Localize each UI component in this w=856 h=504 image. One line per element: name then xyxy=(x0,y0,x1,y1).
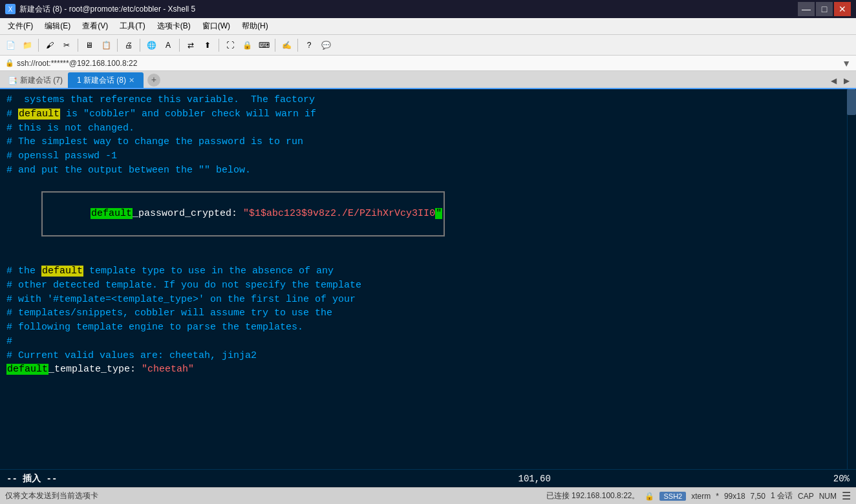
separator-3 xyxy=(117,39,118,52)
menu-window[interactable]: 窗口(W) xyxy=(197,19,235,34)
menu-help[interactable]: 帮助(H) xyxy=(237,19,273,34)
address-dropdown[interactable]: ▼ xyxy=(842,58,851,68)
toolbar-upload[interactable]: ⬆ xyxy=(200,37,215,53)
lock-status-icon: 🔒 xyxy=(645,492,654,501)
toolbar-compose[interactable]: ✍ xyxy=(279,37,294,53)
terminal-wrapper: # systems that reference this variable. … xyxy=(0,89,856,487)
insert-mode-label: -- 插入 -- xyxy=(6,473,57,485)
minimize-button[interactable]: — xyxy=(798,2,815,16)
toolbar-help[interactable]: ? xyxy=(301,37,317,53)
toolbar-font[interactable]: A xyxy=(160,37,176,53)
terminal-line-13: # following template engine to parse the… xyxy=(6,320,850,335)
title-bar: X 新建会话 (8) - root@promote:/etc/cobbler -… xyxy=(0,0,856,18)
tab-nav: ◀ ▶ xyxy=(828,75,852,87)
tab-prev-button[interactable]: ◀ xyxy=(828,75,839,87)
window-title: 新建会话 (8) - root@promote:/etc/cobbler - X… xyxy=(19,4,195,15)
toolbar-print[interactable]: 🖨 xyxy=(121,37,136,53)
caps-indicator: CAP xyxy=(798,492,814,501)
menu-icon[interactable]: ☰ xyxy=(842,490,851,502)
tab-add-button[interactable]: + xyxy=(147,74,160,87)
terminal[interactable]: # systems that reference this variable. … xyxy=(0,89,856,469)
session-tab-label[interactable]: 新建会话 (7) xyxy=(20,75,63,86)
address-bar: 🔒 ssh://root:******@192.168.100.8:22 ▼ xyxy=(0,56,856,71)
separator-1 xyxy=(38,39,39,52)
terminal-line-9: # the default template type to use in th… xyxy=(6,264,850,278)
terminal-line-11: # with '#template=<template_type>' on th… xyxy=(6,293,850,307)
separator-6 xyxy=(219,39,219,52)
connection-info: 已连接 192.168.100.8:22。 xyxy=(546,490,640,501)
separator-5 xyxy=(179,39,180,52)
terminal-line-2: # default is "cobbler" and cobbler check… xyxy=(6,107,850,121)
separator-4 xyxy=(140,39,140,52)
toolbar: 📄 📁 🖌 ✂ 🖥 📋 🖨 🌐 A ⇄ ⬆ ⛶ 🔒 ⌨ ✍ ? 💬 xyxy=(0,35,856,56)
menu-file[interactable]: 文件(F) xyxy=(3,19,38,34)
toolbar-transfer[interactable]: ⇄ xyxy=(183,37,198,53)
menu-view[interactable]: 查看(V) xyxy=(77,19,113,34)
toolbar-chat[interactable]: 💬 xyxy=(318,37,334,53)
toolbar-keyboard[interactable]: ⌨ xyxy=(256,37,272,53)
separator-2 xyxy=(78,39,78,52)
tab-session-8[interactable]: 1 新建会话 (8) ✕ xyxy=(68,72,144,88)
terminal-line-7: default_password_crypted: "$1$abc123$9v8… xyxy=(6,178,850,251)
app-icon: X xyxy=(5,4,16,14)
toolbar-fullscreen[interactable]: ⛶ xyxy=(222,37,238,53)
close-button[interactable]: ✕ xyxy=(834,2,851,16)
tab-label: 1 新建会话 (8) xyxy=(77,75,126,86)
protocol-badge: SSH2 xyxy=(659,492,686,501)
size-label: * xyxy=(716,492,719,501)
terminal-line-15: # Current valid values are: cheetah, jin… xyxy=(6,349,850,363)
scrollbar-thumb[interactable] xyxy=(847,89,856,115)
menu-edit[interactable]: 编辑(E) xyxy=(39,19,76,34)
toolbar-brush[interactable]: 🖌 xyxy=(42,37,58,53)
menu-tools[interactable]: 工具(T) xyxy=(114,19,150,34)
toolbar-copy-screen[interactable]: 🖥 xyxy=(81,37,97,53)
tab-next-button[interactable]: ▶ xyxy=(840,75,852,87)
sessions-count: 1 会话 xyxy=(771,490,793,501)
terminal-line-5: # openssl passwd -1 xyxy=(6,149,850,163)
bookmark-icon: 📑 xyxy=(8,76,17,85)
terminal-line-1: # systems that reference this variable. … xyxy=(6,93,850,107)
terminal-empty-line xyxy=(6,250,850,264)
toolbar-open[interactable]: 📁 xyxy=(19,37,35,53)
window-controls: — □ ✕ xyxy=(798,2,851,16)
separator-8 xyxy=(297,39,298,52)
terminal-size: 99x18 xyxy=(724,492,745,501)
toolbar-new[interactable]: 📄 xyxy=(3,37,18,53)
zoom-label: 7,50 xyxy=(751,492,765,501)
maximize-button[interactable]: □ xyxy=(816,2,833,16)
terminal-line-6: # and put the output between the "" belo… xyxy=(6,163,850,178)
scrollbar[interactable] xyxy=(847,89,856,469)
default-keyword-1: default xyxy=(91,208,133,219)
cursor-position: 101,60 20% xyxy=(518,474,850,484)
bottom-bar: 仅将文本发送到当前选项卡 已连接 192.168.100.8:22。 🔒 SSH… xyxy=(0,487,856,504)
bookmark-label: 📑 新建会话 (7) xyxy=(4,73,67,88)
status-bar: -- 插入 -- 101,60 20% xyxy=(0,469,856,487)
terminal-line-12: # templates/snippets, cobbler will assum… xyxy=(6,306,850,320)
term-label: xterm xyxy=(691,492,711,501)
send-text-label: 仅将文本发送到当前选项卡 xyxy=(5,490,98,501)
terminal-line-4: # The simplest way to change the passwor… xyxy=(6,135,850,149)
terminal-line-10: # other detected template. If you do not… xyxy=(6,278,850,293)
toolbar-lock[interactable]: 🔒 xyxy=(239,37,255,53)
tab-bar: 📑 新建会话 (7) 1 新建会话 (8) ✕ + ◀ ▶ xyxy=(0,71,856,89)
terminal-line-16: default_template_type: "cheetah" xyxy=(6,362,850,377)
toolbar-globe[interactable]: 🌐 xyxy=(144,37,159,53)
separator-7 xyxy=(275,39,275,52)
terminal-line-14: # xyxy=(6,335,850,349)
menu-bar: 文件(F) 编辑(E) 查看(V) 工具(T) 选项卡(B) 窗口(W) 帮助(… xyxy=(0,18,856,35)
address-text: ssh://root:******@192.168.100.8:22 xyxy=(17,59,137,68)
toolbar-paste[interactable]: 📋 xyxy=(98,37,114,53)
lock-icon: 🔒 xyxy=(5,59,14,67)
num-indicator: NUM xyxy=(819,492,837,501)
menu-tabs[interactable]: 选项卡(B) xyxy=(152,19,196,34)
tab-close-icon[interactable]: ✕ xyxy=(129,76,134,85)
toolbar-cut[interactable]: ✂ xyxy=(59,37,74,53)
terminal-line-3: # this is not changed. xyxy=(6,121,850,136)
